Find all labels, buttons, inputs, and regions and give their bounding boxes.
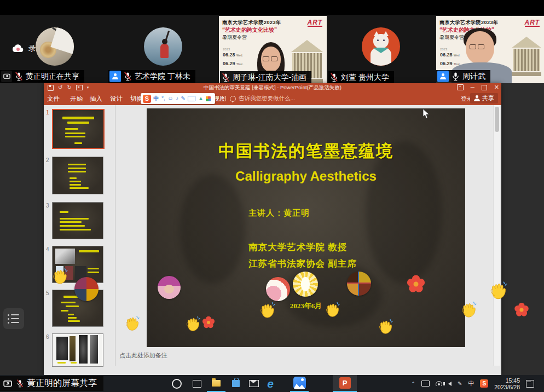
ime-skin-icon[interactable]: ▲ — [198, 93, 204, 104]
ime-toolbox-icon[interactable] — [206, 96, 211, 101]
member-icon — [109, 71, 121, 82]
ribbon-display-options-icon[interactable]: ^ — [457, 84, 464, 90]
ppt-title-bar[interactable]: ↺ ↻ ▾ 中国书法的审美意蕴 [兼容模式] - PowerPoint(产品激活… — [44, 83, 501, 92]
pane-divider[interactable] — [115, 105, 115, 366]
cat-ear — [374, 31, 379, 36]
tab-insert[interactable]: 插入 — [90, 92, 102, 105]
poster-date1: 06.28 Wed. — [440, 52, 460, 57]
avatar[interactable] — [36, 27, 74, 66]
file-explorer-button[interactable] — [207, 375, 225, 392]
ime-emoji-icon[interactable]: ☺ — [167, 93, 173, 104]
poster-line1: 南京大学艺术学院2023年 — [439, 19, 499, 26]
art-logo: ART — [308, 19, 322, 27]
vertical-scrollbar[interactable] — [493, 105, 500, 366]
tab-home[interactable]: 开始 — [70, 92, 83, 105]
slide-thumbnail-1[interactable] — [52, 109, 105, 149]
powerpoint-taskbar-button[interactable]: P — [333, 375, 357, 392]
notes-placeholder[interactable]: 点击此处添加备注 — [119, 351, 167, 360]
store-button[interactable] — [227, 375, 245, 392]
ime-mic-icon[interactable]: ♪ — [176, 93, 178, 104]
participant-label: 周计武 — [436, 70, 490, 83]
cloud-record-icon — [12, 44, 24, 53]
clock[interactable]: 15:45 2023/6/28 — [494, 377, 520, 390]
participant-video-strip: 录制中 黄正明正在共享 艺术学院 丁 — [0, 15, 544, 83]
cortana-button[interactable] — [167, 375, 186, 392]
slide-subtitle: Calligraphy Aesthetics — [147, 169, 465, 184]
meeting-app-button[interactable] — [290, 375, 309, 392]
slide-thumbnail-4[interactable] — [52, 246, 103, 283]
tell-me-box[interactable]: 告诉我您想要做什么... — [230, 92, 295, 105]
thumb-number: 3 — [46, 203, 49, 209]
cat-eye — [383, 39, 385, 41]
tray-expand-icon[interactable]: ⌃ — [411, 381, 415, 387]
participant-label: 艺术学院 丁林未 — [108, 70, 195, 83]
sogou-tray-icon[interactable]: S — [480, 379, 488, 388]
network-icon[interactable] — [436, 381, 442, 386]
system-tray: ⌃ ✎ 中 S 15:45 2023/6/28 — [411, 375, 534, 392]
minimize-button[interactable]: ─ — [471, 84, 474, 90]
powerpoint-window: ↺ ↻ ▾ 中国书法的审美意蕴 [兼容模式] - PowerPoint(产品激活… — [44, 83, 501, 375]
participant-label: 周子琳-江南大学-油画 — [220, 71, 311, 84]
ppt-content-area: 1 2 — [44, 105, 501, 366]
close-button[interactable]: ✕ — [494, 84, 499, 91]
art-logo: ART — [525, 19, 540, 27]
thumb-number: 4 — [46, 246, 49, 252]
volume-icon[interactable] — [448, 382, 452, 386]
thumb-number: 2 — [46, 157, 49, 163]
slide-thumbnail-6[interactable] — [52, 333, 103, 367]
lightbulb-icon — [230, 96, 236, 102]
poster-date2: 06.29 Thur. — [223, 61, 243, 66]
ime-keyboard-icon[interactable] — [188, 96, 195, 101]
avatar[interactable] — [144, 27, 182, 66]
tab-design[interactable]: 设计 — [110, 92, 123, 105]
thumb-number: 6 — [46, 334, 49, 340]
poster-line3: 暑期夏令营 — [439, 34, 464, 41]
mic-muted-icon — [123, 71, 132, 82]
pen-tray-icon[interactable]: ✎ — [458, 381, 462, 387]
poster-year: 2023 — [223, 48, 230, 51]
ime-mode-indicator[interactable]: 中 — [468, 379, 474, 388]
slide-date: 2023年6月 — [147, 301, 465, 311]
participant-name: 艺术学院 丁林未 — [135, 72, 190, 82]
slide-speaker: 主讲人：黄正明 — [248, 208, 310, 218]
glasses — [470, 44, 484, 49]
ime-punct-icon[interactable]: °, — [161, 93, 165, 104]
task-view-button[interactable] — [188, 375, 206, 392]
ime-mode-icon[interactable]: 中 — [154, 93, 159, 104]
touch-keyboard-icon[interactable] — [421, 381, 430, 387]
tab-view[interactable]: 视图 — [213, 92, 226, 105]
mic-muted-icon — [221, 72, 230, 83]
action-center-icon[interactable] — [526, 380, 534, 388]
tell-me-label: 告诉我您想要做什么... — [239, 95, 295, 102]
avatar[interactable] — [362, 27, 400, 66]
slide-thumbnail-5[interactable] — [52, 290, 103, 327]
screen-share-icon — [2, 378, 13, 389]
list-icon — [8, 318, 24, 320]
slide-affiliation-2: 江苏省书法家协会 副主席 — [248, 258, 357, 270]
member-list-button[interactable] — [3, 308, 24, 329]
window-controls: ^ ─ ✕ — [457, 84, 499, 91]
edge-button[interactable]: e — [261, 375, 280, 392]
restore-button[interactable] — [482, 85, 487, 90]
slide-canvas[interactable]: 中国书法的笔墨意蕴境 Calligraphy Aesthetics 主讲人：黄正… — [147, 108, 465, 347]
participant-name: 黄正明正在共享 — [26, 72, 79, 82]
mail-button[interactable] — [245, 375, 263, 392]
sogou-logo-icon[interactable]: S — [143, 95, 151, 103]
ime-pen-icon[interactable]: ✎ — [181, 93, 186, 104]
list-icon — [8, 322, 24, 324]
tray-date: 2023/6/28 — [494, 384, 520, 390]
ppt-ribbon-tabs: 文件 开始 插入 设计 切换 视图 S 中 °, ☺ ♪ ✎ ▲ — [44, 92, 501, 105]
scrollbar-thumb[interactable] — [495, 107, 499, 132]
ppt-share-button[interactable]: 共享 — [470, 93, 498, 103]
mic-muted-icon — [329, 72, 339, 83]
slide-thumbnail-3[interactable] — [52, 202, 103, 239]
screen-share-banner: 黄正明的屏幕共享 — [0, 376, 103, 391]
poster-line3: 暑期夏令营 — [222, 34, 247, 41]
window-title: 中国书法的审美意蕴 [兼容模式] - PowerPoint(产品激活失败) — [44, 84, 501, 91]
tab-file[interactable]: 文件 — [47, 92, 60, 105]
ime-toolbar[interactable]: S 中 °, ☺ ♪ ✎ ▲ — [141, 93, 215, 104]
thumb-number: 1 — [46, 109, 49, 116]
cat-eye — [377, 39, 379, 41]
participant-label: 黄正明正在共享 — [0, 70, 84, 83]
slide-thumbnail-2[interactable] — [52, 157, 103, 194]
